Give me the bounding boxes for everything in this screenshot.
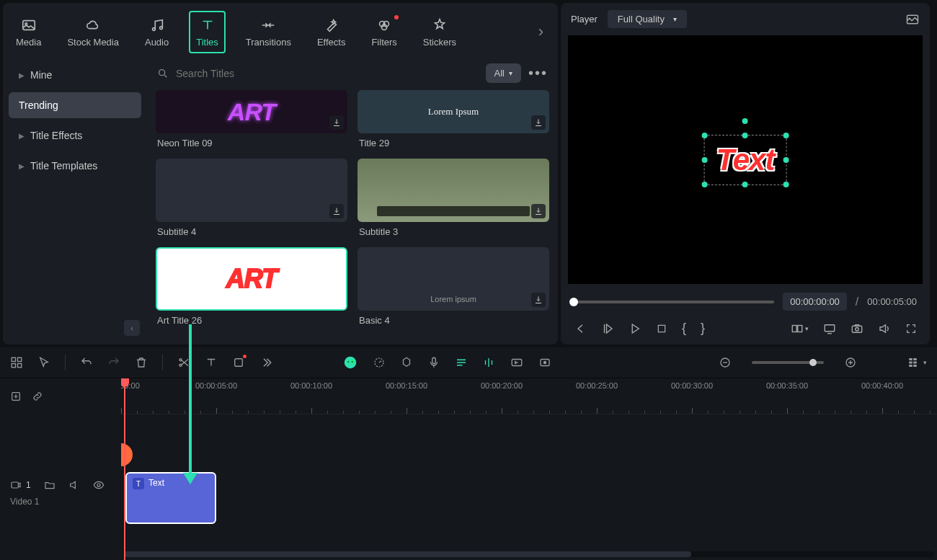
sidebar-collapse[interactable]: ‹ — [124, 320, 140, 336]
progress-slider[interactable] — [574, 301, 774, 303]
chevron-right-icon: ▶ — [19, 71, 25, 79]
stop-button[interactable] — [656, 323, 667, 334]
zoom-in-button[interactable] — [844, 356, 857, 369]
link-button[interactable] — [32, 391, 43, 402]
svg-rect-33 — [909, 362, 912, 364]
svg-point-22 — [345, 357, 357, 369]
track-body[interactable]: 00:00 00:00:05:00 00:00:10:00 00:00:15:0… — [121, 378, 937, 560]
tab-audio[interactable]: Audio — [139, 12, 174, 52]
svg-point-7 — [159, 69, 165, 75]
horizontal-scrollbar[interactable] — [124, 551, 934, 557]
speed-button[interactable] — [373, 356, 386, 369]
resize-handle[interactable] — [783, 133, 789, 138]
resize-handle[interactable] — [702, 133, 708, 138]
folder-icon[interactable] — [44, 479, 55, 491]
title-card[interactable]: Lorem Ipsum Title 29 — [358, 90, 549, 148]
tab-transitions[interactable]: Transitions — [240, 12, 297, 52]
ai-button[interactable] — [342, 355, 358, 370]
mute-button[interactable] — [68, 479, 80, 491]
resize-handle[interactable] — [702, 182, 708, 187]
preview-canvas[interactable]: Text — [568, 35, 923, 284]
record-button[interactable] — [538, 356, 551, 369]
voice-button[interactable] — [427, 356, 440, 369]
add-track-button[interactable] — [10, 391, 22, 402]
effects-icon — [323, 17, 340, 34]
resize-handle[interactable] — [783, 182, 789, 187]
more-tools-button[interactable] — [259, 356, 272, 369]
tab-audio-label: Audio — [145, 37, 169, 48]
download-icon[interactable] — [531, 204, 546, 218]
resize-handle[interactable] — [742, 133, 748, 138]
tab-effects[interactable]: Effects — [311, 12, 352, 52]
crop-button[interactable] — [232, 356, 245, 369]
sidebar-item-title-templates[interactable]: ▶Title Templates — [9, 153, 141, 179]
tab-titles[interactable]: Titles — [189, 11, 226, 53]
card-label: Title 29 — [358, 138, 549, 148]
zoom-out-button[interactable] — [719, 356, 732, 369]
visibility-button[interactable] — [93, 479, 105, 491]
zoom-handle[interactable] — [809, 359, 817, 366]
title-card[interactable]: Lorem ipsum Basic 4 — [358, 247, 549, 326]
screenshot-button[interactable] — [851, 322, 863, 335]
view-mode-button[interactable]: ▾ — [907, 356, 927, 369]
rotate-handle[interactable] — [742, 118, 748, 124]
time-ruler[interactable]: 00:00 00:00:05:00 00:00:10:00 00:00:15:0… — [121, 378, 937, 414]
more-options[interactable]: ••• — [528, 65, 548, 81]
mark-out-button[interactable]: } — [701, 321, 705, 336]
search-input[interactable] — [176, 68, 479, 79]
title-card[interactable]: ART Neon Title 09 — [156, 90, 347, 148]
text-clip[interactable]: T Text — [125, 472, 216, 524]
audio-mixer-button[interactable] — [455, 356, 468, 369]
resize-handle[interactable] — [783, 157, 789, 163]
cut-marker[interactable] — [121, 443, 133, 466]
title-card[interactable]: Subtitle 3 — [358, 159, 549, 237]
prev-frame-button[interactable] — [574, 322, 587, 335]
timeline-body: 1 Video 1 00:00 00:00:05:00 00:00:10:00 … — [0, 378, 937, 560]
zoom-slider[interactable] — [752, 361, 824, 364]
fullscreen-button[interactable] — [905, 323, 917, 334]
play-forward-button[interactable] — [601, 322, 614, 335]
sidebar-item-mine[interactable]: ▶Mine — [9, 62, 141, 88]
tab-media[interactable]: Media — [10, 12, 47, 52]
mark-in-button[interactable]: { — [682, 321, 686, 336]
svg-rect-9 — [658, 325, 665, 332]
tab-stickers[interactable]: Stickers — [417, 12, 462, 52]
render-button[interactable] — [510, 356, 524, 369]
download-icon[interactable] — [329, 115, 344, 130]
progress-handle[interactable] — [569, 298, 578, 306]
display-button[interactable] — [823, 322, 836, 335]
resize-handle[interactable] — [742, 182, 748, 187]
title-card[interactable]: Subtitle 4 — [156, 159, 347, 237]
volume-button[interactable] — [878, 322, 891, 335]
tick-label: 00:00:40:00 — [861, 381, 903, 390]
layout-button[interactable] — [10, 356, 23, 369]
delete-button[interactable] — [135, 356, 148, 369]
text-element[interactable]: Text — [704, 135, 787, 185]
category-sidebar: ▶Mine Trending ▶Title Effects ▶Title Tem… — [3, 55, 147, 345]
undo-button[interactable] — [80, 356, 93, 369]
cursor-button[interactable] — [37, 356, 50, 369]
play-button[interactable] — [629, 322, 641, 335]
tabs-more[interactable]: › — [531, 22, 551, 41]
download-icon[interactable] — [329, 204, 344, 218]
quality-dropdown[interactable]: Full Quality▾ — [608, 10, 687, 28]
track-1-header[interactable]: 1 Video 1 — [0, 472, 121, 560]
download-icon[interactable] — [531, 115, 546, 130]
sidebar-item-title-effects[interactable]: ▶Title Effects — [9, 123, 141, 148]
playhead[interactable] — [124, 378, 125, 560]
snapshot-icon[interactable] — [905, 12, 920, 27]
tab-stock[interactable]: Stock Media — [61, 12, 125, 52]
compare-button[interactable]: ▾ — [791, 322, 809, 335]
svg-point-2 — [152, 27, 155, 30]
scrollbar-thumb[interactable] — [124, 551, 691, 557]
title-card-selected[interactable]: ART Art Title 26 — [156, 247, 347, 326]
thumb-text: Lorem Ipsum — [428, 106, 479, 117]
resize-handle[interactable] — [702, 157, 708, 163]
redo-button[interactable] — [107, 356, 120, 369]
marker-button[interactable] — [400, 356, 413, 369]
filter-dropdown[interactable]: All▾ — [486, 63, 521, 83]
keyframe-button[interactable] — [482, 356, 495, 369]
download-icon[interactable] — [531, 293, 546, 307]
sidebar-item-trending[interactable]: Trending — [9, 92, 141, 118]
text-tool-button[interactable] — [205, 356, 218, 369]
